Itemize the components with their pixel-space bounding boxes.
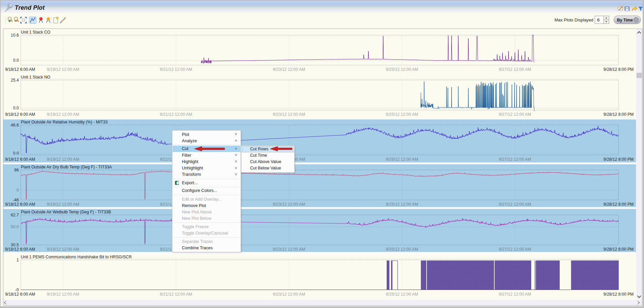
svg-text:X: X — [176, 181, 178, 185]
svg-text:6: 6 — [597, 17, 600, 22]
svg-text:Max Plots Displayed: Max Plots Displayed — [554, 17, 593, 22]
svg-text:By Time: By Time — [617, 18, 633, 22]
